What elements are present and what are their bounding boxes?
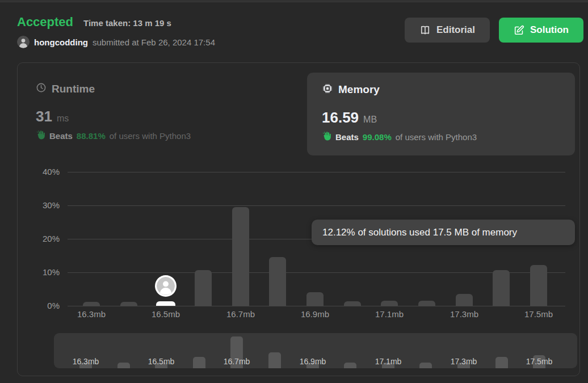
waving-hand-icon bbox=[322, 131, 331, 142]
runtime-beats-percent: 88.81% bbox=[77, 131, 106, 141]
runtime-value: 31 bbox=[36, 108, 52, 125]
chart-tooltip-text: 12.12% of solutions used 17.5 MB of memo… bbox=[322, 227, 517, 238]
book-icon bbox=[419, 24, 431, 36]
memory-title: Memory bbox=[338, 83, 380, 96]
clock-icon bbox=[36, 82, 47, 95]
histogram-bar[interactable] bbox=[195, 270, 212, 306]
brush-histogram-bar bbox=[193, 357, 205, 368]
x-axis-tick: 17.3mb bbox=[444, 309, 484, 319]
chart-tooltip: 12.12% of solutions used 17.5 MB of memo… bbox=[312, 220, 575, 245]
person-icon bbox=[157, 277, 175, 295]
y-axis-tick: 10% bbox=[18, 267, 60, 277]
chart-brush-navigator[interactable]: 16.3mb16.5mb16.7mb16.9mb17.1mb17.3mb17.5… bbox=[54, 333, 577, 368]
solution-button-label: Solution bbox=[530, 24, 569, 36]
username-link[interactable]: hongcodding bbox=[34, 37, 88, 47]
x-axis-tick: 16.9mb bbox=[295, 309, 335, 319]
top-divider bbox=[0, 0, 588, 2]
histogram-bar[interactable] bbox=[306, 292, 324, 306]
brush-x-axis-tick: 16.3mb bbox=[66, 357, 106, 366]
y-axis-tick: 30% bbox=[18, 200, 60, 210]
memory-beats-percent: 99.08% bbox=[363, 132, 392, 142]
gridline bbox=[68, 306, 565, 306]
memory-value: 16.59 bbox=[322, 109, 359, 127]
histogram-bar[interactable] bbox=[269, 257, 286, 306]
x-axis-tick: 17.5mb bbox=[519, 309, 558, 319]
brush-x-axis-tick: 17.3mb bbox=[444, 357, 484, 366]
header-actions: Editorial Solution bbox=[405, 18, 583, 43]
editorial-button-label: Editorial bbox=[436, 24, 475, 36]
time-taken-label: Time taken: 13 m 19 s bbox=[83, 18, 171, 28]
user-position-avatar bbox=[155, 275, 177, 297]
histogram-bar[interactable] bbox=[83, 302, 100, 306]
histogram-bar[interactable] bbox=[232, 207, 249, 306]
editorial-button[interactable]: Editorial bbox=[405, 18, 490, 43]
histogram-bar[interactable] bbox=[120, 302, 137, 306]
histogram-bar[interactable] bbox=[493, 270, 510, 306]
x-axis-tick: 16.5mb bbox=[146, 309, 186, 319]
histogram-bar-user[interactable] bbox=[156, 301, 175, 306]
waving-hand-icon bbox=[36, 130, 45, 141]
runtime-card[interactable]: Runtime 31 ms Beats 88.81% of users with… bbox=[36, 82, 285, 141]
brush-histogram-bar bbox=[117, 363, 130, 368]
histogram-bar[interactable] bbox=[381, 301, 398, 306]
brush-x-axis-tick: 17.1mb bbox=[368, 357, 408, 366]
y-axis-tick: 40% bbox=[18, 167, 60, 176]
user-avatar[interactable] bbox=[17, 36, 30, 48]
x-axis-tick: 16.3mb bbox=[72, 309, 111, 319]
gridline bbox=[68, 272, 565, 273]
brush-histogram-bar bbox=[495, 357, 508, 368]
status-accepted: Accepted bbox=[17, 15, 73, 30]
x-axis-tick: 16.7mb bbox=[221, 309, 261, 319]
memory-beats-suffix: of users with Python3 bbox=[396, 132, 477, 142]
chip-icon bbox=[322, 83, 333, 96]
brush-histogram-bar bbox=[268, 352, 281, 368]
submitter-row: hongcodding submitted at Feb 26, 2024 17… bbox=[17, 36, 215, 48]
runtime-beats-suffix: of users with Python3 bbox=[110, 131, 191, 141]
histogram-bar[interactable] bbox=[344, 301, 361, 306]
runtime-beats-label: Beats bbox=[49, 131, 73, 141]
y-axis-tick: 0% bbox=[18, 301, 60, 310]
memory-card[interactable]: Memory 16.59 MB Beats 99.08% of users wi… bbox=[307, 73, 575, 155]
solution-button[interactable]: Solution bbox=[499, 18, 583, 43]
submitted-at-text: submitted at Feb 26, 2024 17:54 bbox=[93, 37, 215, 47]
submission-header: Accepted Time taken: 13 m 19 s bbox=[17, 15, 171, 30]
brush-histogram-bar bbox=[344, 363, 356, 368]
edit-pen-icon bbox=[514, 25, 524, 36]
brush-x-axis-tick: 17.5mb bbox=[519, 357, 559, 366]
brush-x-axis-tick: 16.5mb bbox=[141, 357, 181, 366]
brush-x-axis-tick: 16.7mb bbox=[217, 357, 257, 366]
person-icon bbox=[17, 36, 30, 48]
x-axis-tick: 17.1mb bbox=[369, 309, 409, 319]
brush-x-axis-tick: 16.9mb bbox=[293, 357, 333, 366]
runtime-unit: ms bbox=[57, 113, 69, 124]
histogram-bar[interactable] bbox=[530, 265, 547, 306]
histogram-bar[interactable] bbox=[418, 301, 435, 306]
gridline bbox=[68, 172, 565, 172]
brush-histogram-bar bbox=[419, 363, 432, 368]
memory-beats-label: Beats bbox=[335, 132, 359, 142]
y-axis-tick: 20% bbox=[18, 234, 60, 243]
histogram-bar[interactable] bbox=[456, 294, 473, 306]
memory-unit: MB bbox=[363, 115, 377, 125]
runtime-title: Runtime bbox=[52, 83, 95, 95]
submission-detail-panel: Runtime 31 ms Beats 88.81% of users with… bbox=[17, 62, 580, 376]
gridline bbox=[68, 205, 565, 206]
